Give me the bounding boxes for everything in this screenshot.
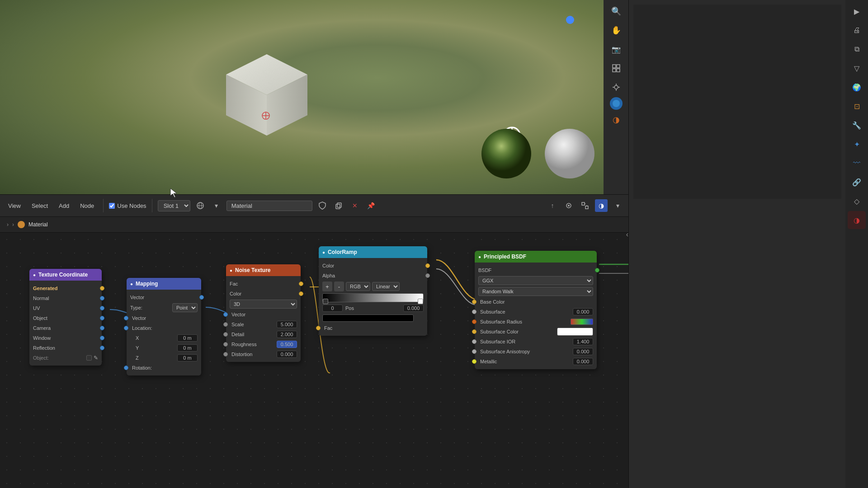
snap-icon[interactable] <box>562 199 575 212</box>
use-nodes-checkbox[interactable]: Use Nodes <box>109 202 146 209</box>
node-mapping-title: Mapping <box>136 281 158 287</box>
noise-roughness-row[interactable]: Roughness 0.500 <box>226 339 301 349</box>
node-colorramp[interactable]: ● ColorRamp Color Alpha + - RGB <box>319 246 427 336</box>
slot-selector[interactable]: Slot 1 <box>158 200 190 211</box>
principled-base-color-row[interactable]: Base Color <box>475 297 597 307</box>
colorramp-mode-select[interactable]: RGB <box>346 282 370 291</box>
node-noise-texture[interactable]: ● Noise Texture Fac Color 3D <box>226 264 301 362</box>
principled-sss-color-row[interactable]: Subsurface Color <box>475 327 597 337</box>
cursor-icon[interactable] <box>607 78 625 96</box>
select-menu[interactable]: Select <box>28 201 52 211</box>
principled-sss-radius-row[interactable]: Subsurface Radius <box>475 317 597 327</box>
colorramp-remove-btn[interactable]: - <box>334 282 344 291</box>
colorramp-gradient[interactable] <box>322 293 424 302</box>
hand-icon[interactable]: ✋ <box>607 21 625 39</box>
view-layer-icon[interactable]: ⧉ <box>848 40 866 58</box>
node-texture-coordinate[interactable]: ● Texture Coordinate Generated Normal UV… <box>29 269 102 366</box>
material-name-input[interactable] <box>226 201 312 211</box>
grid-icon[interactable] <box>607 59 625 77</box>
pin-icon[interactable]: 📌 <box>365 199 377 212</box>
collapse-panel-arrow[interactable]: ‹ <box>626 230 628 239</box>
layout-up-icon[interactable]: ↑ <box>546 199 559 212</box>
node-texcoord-body: Generated Normal UV Object Camera Window <box>29 281 102 366</box>
mapping-y-row[interactable]: Y 0 m <box>127 343 201 353</box>
close-material-icon[interactable]: ✕ <box>349 199 361 212</box>
principled-sss-select[interactable]: Random Walk <box>478 287 593 296</box>
noise-vector-in: Vector <box>226 310 301 319</box>
node-noise-body: Fac Color 3D Vector Scale <box>226 276 301 362</box>
particles-icon[interactable]: ✦ <box>848 135 866 153</box>
principled-metallic-row[interactable]: Metallic 0.000 <box>475 357 597 366</box>
viewport-mode-dropdown[interactable]: ▾ <box>611 199 624 212</box>
separator <box>103 199 104 212</box>
rendered-icon[interactable]: ◑ <box>607 111 625 129</box>
mapping-vector-out: Vector <box>127 292 201 302</box>
material-preview-icon[interactable] <box>610 97 623 110</box>
breadcrumb-material-label: Material <box>28 221 48 228</box>
object-props-icon[interactable]: ⊡ <box>848 97 866 115</box>
node-colorramp-body: Color Alpha + - RGB Linear <box>319 258 427 336</box>
colorramp-stop-row[interactable]: 0 Pos 0.000 <box>319 303 427 313</box>
properties-panel: ▶ 🖨 ⧉ ▽ 🌍 ⊡ 🔧 ✦ 〰 🔗 ◇ ◑ <box>628 0 868 488</box>
mapping-type-select[interactable]: Point <box>172 303 198 312</box>
subsurface-radius-swatch[interactable] <box>571 319 593 325</box>
physics-icon[interactable]: 〰 <box>848 154 866 172</box>
texcoord-uv-row: UV <box>29 303 102 313</box>
node-texcoord-title: Texture Coordinate <box>38 272 88 278</box>
noise-mode-row[interactable]: 3D <box>226 299 301 310</box>
material-sphere-icon[interactable] <box>194 199 207 212</box>
colorramp-add-btn[interactable]: + <box>322 282 332 291</box>
constraints-icon[interactable]: 🔗 <box>848 173 866 191</box>
data-props-icon[interactable]: ◇ <box>848 192 866 210</box>
dropdown-icon[interactable]: ▾ <box>210 199 223 212</box>
noise-scale-row[interactable]: Scale 5.000 <box>226 319 301 329</box>
camera-icon[interactable]: 📷 <box>607 40 625 58</box>
breadcrumb-chevron: › <box>7 221 9 228</box>
mapping-type-row[interactable]: Type: Point <box>127 302 201 313</box>
colorramp-color-display[interactable] <box>322 314 414 322</box>
breadcrumb: › › Material <box>0 217 628 233</box>
colorramp-color-out: Color <box>319 261 427 271</box>
principled-sss-aniso-row[interactable]: Subsurface Anisotropy 0.000 <box>475 347 597 357</box>
render-props-icon[interactable]: ▶ <box>848 2 866 20</box>
svg-point-11 <box>545 129 594 178</box>
texcoord-generated-row: Generated <box>29 283 102 293</box>
zoom-icon[interactable]: 🔍 <box>607 2 625 20</box>
mapping-x-row[interactable]: X 0 m <box>127 333 201 343</box>
modifier-props-icon[interactable]: 🔧 <box>848 116 866 134</box>
view-menu[interactable]: View <box>5 201 24 211</box>
world-props-icon[interactable]: 🌍 <box>848 78 866 96</box>
mapping-z-row[interactable]: Z 0 m <box>127 353 201 363</box>
colorramp-gradient-row[interactable] <box>319 292 427 303</box>
copy-icon[interactable] <box>332 199 345 212</box>
node-editor-canvas[interactable]: ● Texture Coordinate Generated Normal UV… <box>0 233 628 488</box>
viewport[interactable]: 🔍 ✋ 📷 ◑ <box>0 0 628 194</box>
texcoord-normal-row: Normal <box>29 293 102 303</box>
colorramp-alpha-out: Alpha <box>319 271 427 281</box>
subsurface-color-swatch[interactable] <box>557 328 593 336</box>
add-menu[interactable]: Add <box>55 201 73 211</box>
node-menu[interactable]: Node <box>76 201 98 211</box>
output-props-icon[interactable]: 🖨 <box>848 21 866 39</box>
material-props-icon[interactable]: ◑ <box>848 211 866 229</box>
principled-distrib-select[interactable]: GGX <box>478 276 593 285</box>
noise-detail-row[interactable]: Detail 2.000 <box>226 329 301 339</box>
principled-sss-method-row[interactable]: Random Walk <box>475 286 597 297</box>
node-noise-title: Noise Texture <box>235 267 270 273</box>
colorramp-color-swatch-row[interactable] <box>319 313 427 323</box>
transform-icon[interactable] <box>579 199 591 212</box>
noise-distortion-row[interactable]: Distortion 0.000 <box>226 349 301 359</box>
noise-mode-select[interactable]: 3D <box>230 300 297 309</box>
colorramp-interp-select[interactable]: Linear <box>372 282 400 291</box>
svg-point-10 <box>481 129 531 178</box>
principled-subsurface-row[interactable]: Subsurface 0.000 <box>475 307 597 317</box>
shield-icon[interactable] <box>316 199 329 212</box>
properties-content <box>629 0 846 488</box>
color-mode-icon[interactable]: ◑ <box>595 199 608 212</box>
colorramp-controls-row[interactable]: + - RGB Linear <box>319 281 427 292</box>
principled-sss-ior-row[interactable]: Subsurface IOR 1.400 <box>475 337 597 347</box>
node-principled-bsdf[interactable]: ● Principled BSDF BSDF GGX Random Walk <box>475 251 597 369</box>
node-mapping[interactable]: ● Mapping Vector Type: Point Vector <box>127 278 201 375</box>
scene-props-icon[interactable]: ▽ <box>848 59 866 77</box>
principled-ggx-row[interactable]: GGX <box>475 275 597 286</box>
